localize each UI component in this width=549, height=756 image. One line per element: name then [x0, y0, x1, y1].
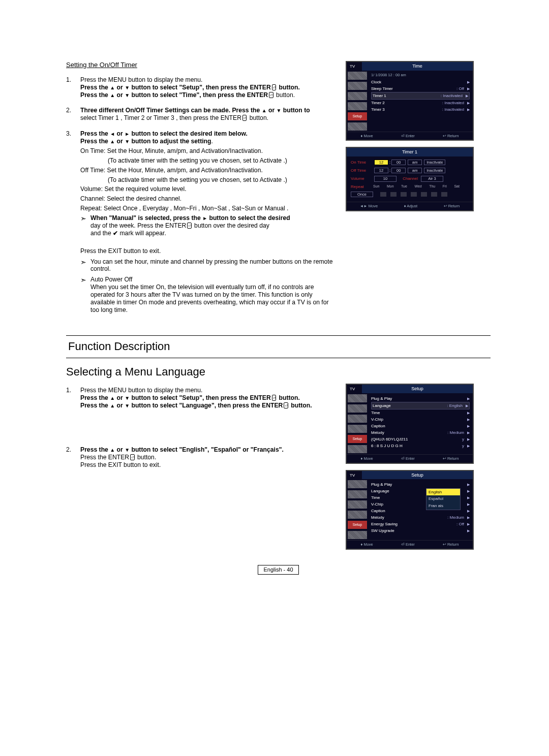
day-checkbox[interactable]	[431, 192, 437, 197]
day-checkbox[interactable]	[390, 192, 396, 197]
osd-row-value: ▶	[464, 396, 470, 401]
day-checkbox[interactable]	[401, 192, 407, 197]
osd-row-label: Caption	[371, 424, 385, 429]
field-min[interactable]: 00	[391, 160, 406, 165]
osd-time-menu: TV Time Setup 1/ 1/2008 12 : 00 am	[346, 61, 474, 141]
triangle-icon: ▶	[467, 418, 470, 421]
osd-row-value: ▶	[464, 495, 470, 500]
triangle-icon: ▶	[467, 431, 470, 434]
language-option[interactable]: English	[426, 489, 460, 496]
field-hour[interactable]: 12	[374, 160, 388, 165]
osd-row-value: : English▶	[447, 403, 468, 408]
down-icon	[125, 394, 130, 401]
osd-row[interactable]: Time▶	[371, 410, 470, 416]
osd-row[interactable]: V-Chip▶	[371, 416, 470, 423]
osd-row[interactable]: Clock▶	[371, 79, 470, 85]
field-once[interactable]: Once	[351, 192, 373, 197]
osd-foot-hint: ↩ Return	[443, 542, 459, 547]
osd-row[interactable]: Timer 2: Inactivated▶	[371, 100, 470, 106]
field-min[interactable]: 00	[391, 168, 406, 173]
up-icon	[262, 107, 267, 114]
osd-row[interactable]: Plug & Play▶	[371, 395, 470, 402]
side-item	[348, 415, 367, 423]
txt: select Timer 1 , Timer 2 or Timer 3 , th…	[80, 114, 241, 121]
osd-tv-label: TV	[347, 62, 362, 71]
triangle-icon: ▶	[467, 437, 470, 441]
field-volume[interactable]: 10	[374, 176, 396, 181]
side-item	[348, 500, 367, 509]
side-item	[348, 480, 367, 488]
osd-row-value: ▶	[464, 424, 470, 429]
triangle-icon: ▶	[467, 509, 470, 513]
day-checkbox[interactable]	[421, 192, 427, 197]
osd-row[interactable]: Timer 1: Inactivated▶	[371, 92, 470, 100]
osd-tv-label: TV	[347, 385, 362, 393]
txt: When "Manual" is selected, press the	[90, 214, 202, 222]
osd-row-value: : Inactivated▶	[442, 101, 470, 106]
side-item-setup: Setup	[348, 521, 367, 529]
step-3-details: On Time: Set the Hour, Minute, am/pm, an…	[80, 147, 336, 239]
osd-row-value: : Off▶	[456, 86, 470, 91]
osd-row-label: Timer 3	[371, 107, 385, 112]
osd-row[interactable]: SW Upgrade▶	[371, 527, 470, 534]
step-1-line2: Press the or button to select "Setup", t…	[80, 84, 336, 91]
txt: day of the week. Press the ENTER	[90, 222, 186, 229]
osd-row-value: ▶	[464, 509, 470, 514]
enter-icon	[241, 114, 248, 121]
language-option[interactable]: Fran ais	[426, 502, 460, 510]
enter-icon	[271, 84, 277, 91]
up-icon	[110, 402, 115, 409]
right-icon	[202, 214, 207, 222]
osd-row[interactable]: Caption▶	[371, 423, 470, 429]
osd-date: 1/ 1/2008 12 : 00 am	[371, 73, 470, 77]
language-option[interactable]: Español	[426, 495, 460, 502]
osd-row-value: ▶	[464, 411, 470, 416]
osd-row-label: Time	[371, 495, 380, 500]
txt: button to select "Time", then press the …	[131, 91, 268, 99]
osd-sidebar: Setup	[347, 393, 368, 454]
step-1-line1: Press the MENU button to display the men…	[80, 76, 336, 84]
osd-row-label: 6 : 8 S J U D G H	[371, 444, 403, 449]
osd-row[interactable]: Energy Saving: Off▶	[371, 521, 470, 527]
txt: Press the	[80, 84, 110, 91]
txt: and the	[90, 230, 113, 237]
day-label: Fri	[443, 184, 447, 189]
side-item	[348, 531, 367, 539]
txt: button to select the desired item below	[130, 130, 246, 137]
field-ampm[interactable]: am	[408, 160, 422, 165]
osd-row[interactable]: (QHUJ\ 6DYLQJ211y▶	[371, 436, 470, 443]
field-hour[interactable]: 12	[374, 168, 388, 173]
field-channel[interactable]: Air 3	[421, 176, 443, 181]
osd-row-label: Clock	[371, 80, 381, 85]
osd-foot-hint: ↩ Return	[443, 456, 459, 461]
label-on-time: On Time	[351, 160, 373, 165]
page-number: English - 40	[66, 565, 491, 575]
up-icon	[110, 394, 115, 401]
triangle-icon: ▶	[467, 489, 470, 493]
field-activate[interactable]: Inactivate	[424, 160, 445, 165]
field-ampm[interactable]: am	[408, 168, 422, 173]
txt: button to select "Setup", then press the…	[130, 394, 271, 401]
osd-row[interactable]: Melody: Medium▶	[371, 429, 470, 436]
osd-foot-hint: ◄► Move	[360, 204, 378, 208]
side-item-setup: Setup	[348, 435, 367, 443]
osd-row[interactable]: Plug & Play▶	[371, 481, 470, 488]
label-repeat: Repeat	[351, 184, 373, 190]
osd-row[interactable]: Language: English▶	[371, 402, 470, 410]
osd-row[interactable]: Melody: Medium▶	[371, 514, 470, 521]
triangle-icon: ▶	[467, 483, 470, 486]
exit-text: Press the EXIT button to exit.	[80, 247, 336, 255]
osd-row[interactable]: 6 : 8 S J U D G Hy▶	[371, 443, 470, 449]
triangle-icon: ▶	[466, 94, 468, 98]
down-icon	[125, 138, 130, 145]
field-activate[interactable]: Inactivate	[424, 168, 445, 173]
detail-volume: Volume: Set the required volume level.	[80, 185, 336, 193]
day-checkbox[interactable]	[441, 192, 447, 197]
side-item	[348, 490, 367, 498]
day-checkbox[interactable]	[411, 192, 417, 197]
side-item	[348, 394, 367, 402]
subheading-menu-language: Selecting a Menu Language	[66, 365, 491, 379]
day-checkbox[interactable]	[380, 192, 386, 197]
osd-row[interactable]: Sleep Timer: Off▶	[371, 85, 470, 92]
osd-row[interactable]: Timer 3: Inactivated▶	[371, 106, 470, 113]
